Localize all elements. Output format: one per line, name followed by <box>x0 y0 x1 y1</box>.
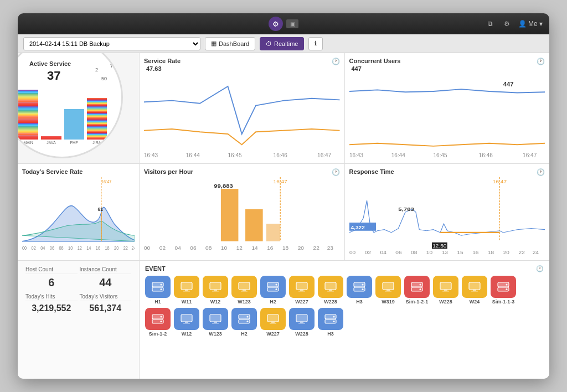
svg-rect-171 <box>267 314 279 322</box>
todays-hits-box: Today's Hits 3,219,552 <box>25 293 78 313</box>
svg-text:13: 13 <box>441 250 447 255</box>
svg-text:447: 447 <box>503 81 513 87</box>
todays-service-rate-panel: Today's Service Rate 16:47 61 <box>18 164 140 260</box>
svg-text:15: 15 <box>457 250 463 255</box>
sub-bar: 2014-02-14 15:11 DB Backup ▦ DashBoard ⏱… <box>18 34 549 53</box>
svg-rect-178 <box>298 323 305 324</box>
app-window: ⚙ ▣ ⧉ ⚙ 👤 Me ▾ 2014-02-14 15:11 DB Backu… <box>18 13 549 379</box>
svg-text:16:47: 16:47 <box>101 179 111 184</box>
svg-text:16: 16 <box>267 246 273 251</box>
list-item[interactable]: W319 <box>375 276 401 305</box>
list-item[interactable]: W12 <box>174 308 199 337</box>
svg-point-147 <box>506 284 508 286</box>
svg-rect-173 <box>271 322 275 323</box>
event-title: EVENT 🕐 <box>145 265 544 272</box>
event-icon-label: H3 <box>327 331 334 337</box>
event-icons-row-1: H1W11W12W123H2W227W228H3W319Sim-1-2-1W22… <box>145 276 544 337</box>
monitor-icon: ▣ <box>286 19 298 28</box>
svg-text:12: 12 <box>236 246 243 251</box>
svg-point-126 <box>362 288 364 290</box>
svg-text:24: 24 <box>532 250 538 255</box>
svg-text:24: 24 <box>131 246 135 251</box>
svg-rect-117 <box>325 282 336 290</box>
svg-rect-139 <box>444 290 447 291</box>
svg-text:20: 20 <box>503 250 509 255</box>
copy-icon[interactable]: ⧉ <box>485 18 496 29</box>
dashboard-button[interactable]: ▦ DashBoard <box>205 37 255 50</box>
instance-count-value: 44 <box>80 276 132 289</box>
svg-rect-127 <box>383 282 394 290</box>
svg-text:16:46: 16:46 <box>274 152 288 158</box>
service-rate-title: Service Rate <box>144 58 340 64</box>
service-rate-panel: Service Rate 🕐 47.63 16:43 16:44 16:45 1… <box>140 53 345 163</box>
list-item[interactable]: H3 <box>347 276 372 305</box>
list-item[interactable]: W11 <box>174 276 199 305</box>
list-item[interactable]: W12 <box>203 276 228 305</box>
me-label[interactable]: 👤 Me ▾ <box>518 20 543 28</box>
service-rate-clock: 🕐 <box>332 58 340 65</box>
list-item[interactable]: W24 <box>462 276 487 305</box>
event-icon-label: W12 <box>210 299 221 305</box>
event-clock: 🕐 <box>536 265 544 272</box>
svg-text:16:47: 16:47 <box>523 152 537 158</box>
list-item[interactable]: W123 <box>231 276 257 305</box>
svg-text:06: 06 <box>50 246 55 251</box>
svg-text:00: 00 <box>22 246 27 251</box>
svg-rect-143 <box>473 290 476 291</box>
event-icon-label: H3 <box>356 299 363 305</box>
todays-hits-label: Today's Hits <box>25 293 78 301</box>
visitors-per-hour-panel: Visitors per Hour 🕐 16:47 99,883 <box>140 164 345 260</box>
list-item[interactable]: W227 <box>289 276 315 305</box>
svg-rect-141 <box>469 282 480 290</box>
list-item[interactable]: W228 <box>318 276 343 305</box>
svg-rect-129 <box>386 290 390 291</box>
svg-rect-120 <box>327 291 334 292</box>
svg-text:12:50: 12:50 <box>432 244 446 249</box>
list-item[interactable]: H1 <box>145 276 171 305</box>
list-item[interactable]: W123 <box>203 308 228 337</box>
concurrent-users-panel: Concurrent Users 🕐 447 447 16:43 16:44 <box>345 53 550 163</box>
svg-text:16:46: 16:46 <box>478 152 493 158</box>
svg-text:16:43: 16:43 <box>349 152 364 158</box>
list-item[interactable]: H3 <box>318 308 343 337</box>
svg-rect-102 <box>212 291 219 292</box>
list-item[interactable]: H2 <box>231 308 257 337</box>
realtime-button[interactable]: ⏱ Realtime <box>260 37 304 50</box>
svg-point-184 <box>333 321 335 322</box>
svg-rect-130 <box>385 291 391 292</box>
svg-rect-177 <box>300 322 303 323</box>
svg-rect-157 <box>181 314 192 322</box>
svg-point-109 <box>276 284 277 286</box>
svg-text:5,783: 5,783 <box>398 207 414 212</box>
host-count-box: Host Count 6 <box>25 266 78 289</box>
event-icon-label: W228 <box>324 299 337 305</box>
response-time-chart: 16:47 5,783 4,322 12:50 12:50 <box>349 177 545 256</box>
list-item[interactable]: Sim-1-2-1 <box>404 276 430 305</box>
svg-rect-113 <box>296 282 307 290</box>
svg-text:22: 22 <box>313 246 319 251</box>
svg-point-112 <box>276 288 277 290</box>
svg-text:18: 18 <box>282 246 288 251</box>
svg-rect-164 <box>212 323 219 324</box>
datetime-selector[interactable]: 2014-02-14 15:11 DB Backup <box>23 37 200 50</box>
svg-text:16:47: 16:47 <box>274 179 287 184</box>
bottom-info-row: Today's Hits 3,219,552 Today's Visitors … <box>25 293 131 313</box>
event-icon-label: Sim-1-1-3 <box>492 299 515 305</box>
svg-point-181 <box>333 316 335 318</box>
event-icon-label: Sim-1-2-1 <box>406 299 429 305</box>
list-item[interactable]: Sim-1-2 <box>145 308 171 337</box>
svg-point-123 <box>362 284 364 286</box>
list-item[interactable]: W228 <box>289 308 315 337</box>
service-rate-chart: 16:43 16:44 16:45 16:46 16:47 50 30 20 <box>144 66 340 159</box>
response-time-title: Response Time <box>349 168 545 175</box>
gear-icon[interactable]: ⚙ <box>502 18 513 29</box>
todays-service-rate-title: Today's Service Rate <box>22 168 135 175</box>
svg-text:08: 08 <box>59 246 64 251</box>
svg-text:08: 08 <box>411 250 417 255</box>
list-item[interactable]: H2 <box>260 276 286 305</box>
todays-visitors-value: 561,374 <box>80 303 132 313</box>
list-item[interactable]: Sim-1-1-3 <box>491 276 516 305</box>
list-item[interactable]: W227 <box>260 308 286 337</box>
info-button[interactable]: ℹ <box>308 37 323 50</box>
list-item[interactable]: W228 <box>433 276 458 305</box>
